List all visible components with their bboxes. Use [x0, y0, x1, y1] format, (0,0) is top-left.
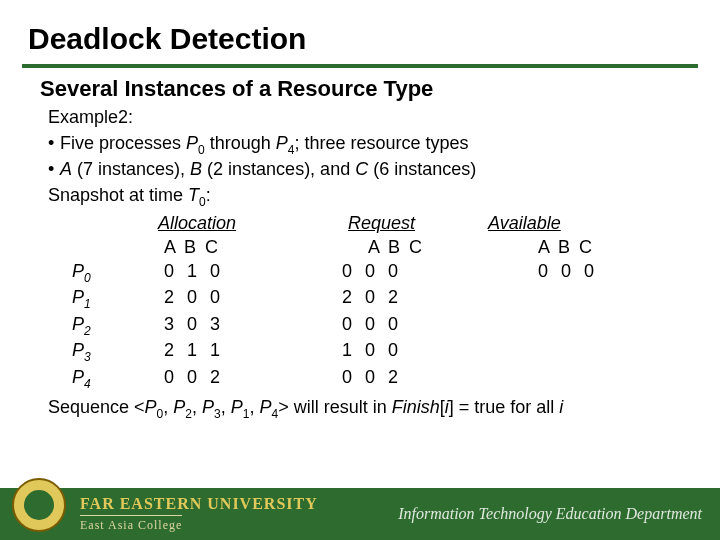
bullet-dot-icon: •: [48, 132, 60, 156]
department-name: Information Technology Education Departm…: [398, 505, 702, 523]
abc-avail: A B C: [478, 236, 638, 260]
bullet1-p0: P: [186, 133, 198, 153]
abc-alloc: A B C: [158, 236, 308, 260]
alloc-cell: 0 1 0: [158, 260, 308, 286]
process-label: P4: [48, 366, 158, 392]
alloc-cell: 3 0 3: [158, 313, 308, 339]
header-allocation: Allocation: [158, 212, 308, 236]
sequence-line: Sequence <P0, P2, P3, P1, P4> will resul…: [48, 396, 680, 422]
bullet-2: •A (7 instances), B (2 instances), and C…: [48, 158, 680, 182]
available-cell: [478, 286, 638, 312]
header-request: Request: [308, 212, 478, 236]
header-blank: [48, 212, 158, 236]
alloc-cell: 2 0 0: [158, 286, 308, 312]
header-available: Available: [478, 212, 638, 236]
snapshot-post: :: [206, 185, 211, 205]
seq-process-sub: 2: [185, 407, 192, 421]
available-cell: [478, 313, 638, 339]
request-cell: 0 0 2: [308, 366, 478, 392]
seq-separator: ,: [221, 397, 231, 417]
snapshot-T-sub: 0: [199, 195, 206, 209]
resource-table: Allocation Request Available A B C A B C…: [48, 212, 680, 392]
table-row: P40 0 20 0 2: [48, 366, 680, 392]
seq-separator: ,: [163, 397, 173, 417]
seq-process-sub: 3: [214, 407, 221, 421]
table-abc-row: A B C A B C A B C: [48, 236, 680, 260]
alloc-cell: 2 1 1: [158, 339, 308, 365]
seq-separator: ,: [192, 397, 202, 417]
seq-process: P: [202, 397, 214, 417]
bullet-1: •Five processes P0 through P4; three res…: [48, 132, 680, 158]
bullet1-text-post: ; three resource types: [295, 133, 469, 153]
table-row: P32 1 11 0 0: [48, 339, 680, 365]
university-name: FAR EASTERN UNIVERSITY: [80, 495, 318, 513]
table-row: P00 1 00 0 00 0 0: [48, 260, 680, 286]
university-block: FAR EASTERN UNIVERSITY East Asia College: [80, 495, 318, 533]
process-label: P1: [48, 286, 158, 312]
example-label: Example2:: [48, 106, 680, 130]
table-row: P23 0 30 0 0: [48, 313, 680, 339]
request-cell: 2 0 2: [308, 286, 478, 312]
snapshot-line: Snapshot at time T0:: [48, 184, 680, 210]
process-label: P0: [48, 260, 158, 286]
available-cell: [478, 339, 638, 365]
request-cell: 1 0 0: [308, 339, 478, 365]
seq-process: P: [259, 397, 271, 417]
bullet2-c: C: [355, 159, 368, 179]
bullet2-a: A: [60, 159, 72, 179]
seq-mid: > will result in: [278, 397, 392, 417]
title-rule: [22, 64, 698, 68]
bullet2-btxt: (2 instances), and: [202, 159, 355, 179]
bullet-list: •Five processes P0 through P4; three res…: [48, 132, 680, 182]
seq-pre: Sequence <: [48, 397, 145, 417]
process-label: P3: [48, 339, 158, 365]
bullet2-atxt: (7 instances),: [72, 159, 190, 179]
table-header-row: Allocation Request Available: [48, 212, 680, 236]
snapshot-T: T: [188, 185, 199, 205]
seq-i2: i: [559, 397, 563, 417]
request-cell: 0 0 0: [308, 260, 478, 286]
footer-bar: FAR EASTERN UNIVERSITY East Asia College…: [0, 488, 720, 540]
snapshot-pre: Snapshot at time: [48, 185, 188, 205]
abc-blank: [48, 236, 158, 260]
bullet1-text-a: Five processes: [60, 133, 186, 153]
seq-process: P: [173, 397, 185, 417]
bullet1-p0-sub: 0: [198, 142, 205, 156]
bullet1-p4-sub: 4: [288, 142, 295, 156]
available-cell: [478, 366, 638, 392]
bullet2-ctxt: (6 instances): [368, 159, 476, 179]
seq-process: P: [145, 397, 157, 417]
available-cell: 0 0 0: [478, 260, 638, 286]
seq-process: P: [231, 397, 243, 417]
slide-body: Example2: •Five processes P0 through P4;…: [0, 106, 720, 422]
process-label: P2: [48, 313, 158, 339]
table-row: P12 0 02 0 2: [48, 286, 680, 312]
bullet2-b: B: [190, 159, 202, 179]
abc-req: A B C: [308, 236, 478, 260]
university-seal-icon: [10, 476, 70, 536]
alloc-cell: 0 0 2: [158, 366, 308, 392]
request-cell: 0 0 0: [308, 313, 478, 339]
bullet1-text-mid: through: [205, 133, 276, 153]
bullet1-p4: P: [276, 133, 288, 153]
slide-title: Deadlock Detection: [0, 0, 720, 62]
seq-separator: ,: [249, 397, 259, 417]
seq-post: = true for all: [454, 397, 560, 417]
bullet-dot-icon: •: [48, 158, 60, 182]
slide: Deadlock Detection Several Instances of …: [0, 0, 720, 540]
slide-subtitle: Several Instances of a Resource Type: [0, 74, 720, 106]
seq-finish: Finish: [392, 397, 440, 417]
college-name: East Asia College: [80, 515, 182, 533]
